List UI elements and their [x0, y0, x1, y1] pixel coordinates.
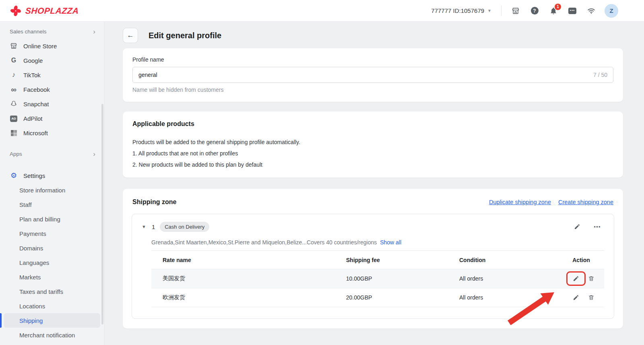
sidebar-item-payments[interactable]: Payments	[0, 226, 104, 241]
google-icon: G	[10, 56, 18, 64]
sidebar-item-online-store[interactable]: Online Store	[0, 39, 104, 53]
sidebar-item-merchant-notification[interactable]: Merchant notification	[0, 328, 104, 342]
shipping-zone-title: Shipping zone	[132, 198, 176, 206]
storefront-icon[interactable]	[511, 6, 520, 15]
rate-name-cell: 欧洲发货	[151, 288, 346, 307]
more-options-icon[interactable]: ⋯	[594, 223, 601, 231]
sidebar-item-plan-and-billing[interactable]: Plan and billing	[0, 212, 104, 226]
applicable-products-card: Applicable products Products will be add…	[123, 112, 623, 178]
storefront-icon	[10, 42, 18, 50]
profile-name-label: Profile name	[132, 56, 613, 63]
snapchat-icon	[10, 100, 18, 108]
facebook-icon: ∞	[10, 85, 18, 93]
store-account-label: 777777 ID:1057679	[431, 7, 484, 14]
table-row: 欧洲发货 20.00GBP All orders	[151, 288, 604, 307]
char-counter: 7 / 50	[593, 72, 607, 78]
edit-rate-button[interactable]	[572, 275, 580, 282]
applicable-products-line: Products will be added to the general sh…	[132, 136, 613, 148]
shipping-fee-cell: 10.00GBP	[346, 269, 459, 288]
sidebar-item-languages[interactable]: Languages	[0, 255, 104, 270]
applicable-products-line: 2. New products will be added to this pl…	[132, 159, 613, 170]
back-button[interactable]: ←	[123, 28, 138, 43]
main-content: ← Edit general profile Profile name 7 / …	[105, 22, 644, 345]
topbar: SHOPLAZZA 777777 ID:1057679 ▼ ? 1	[0, 0, 644, 22]
chat-icon[interactable]: •••	[568, 6, 577, 15]
microsoft-icon	[10, 129, 18, 137]
sidebar-item-staff[interactable]: Staff	[0, 197, 104, 212]
profile-name-input[interactable]	[138, 72, 593, 78]
help-icon[interactable]: ?	[530, 6, 539, 15]
sidebar-section-apps[interactable]: Apps ›	[0, 147, 104, 161]
sidebar-item-store-information[interactable]: Store information	[0, 183, 104, 197]
wifi-icon[interactable]	[587, 6, 596, 15]
notification-badge: 1	[555, 4, 561, 10]
sidebar-item-markets[interactable]: Markets	[0, 270, 104, 284]
page-title: Edit general profile	[149, 31, 221, 40]
avatar[interactable]: Z	[605, 4, 618, 18]
zone-index: 1	[152, 223, 155, 230]
store-account-dropdown[interactable]: 777777 ID:1057679 ▼	[431, 7, 491, 14]
shipping-zone-card: Shipping zone Duplicate shipping zone Cr…	[123, 189, 623, 328]
duplicate-shipping-zone-link[interactable]: Duplicate shipping zone	[489, 199, 551, 205]
shipping-fee-cell: 20.00GBP	[346, 288, 459, 307]
sidebar-scrollbar[interactable]	[101, 104, 103, 324]
sidebar-item-microsoft[interactable]: Microsoft	[0, 126, 104, 140]
sidebar-item-taxes-and-tariffs[interactable]: Taxes and tariffs	[0, 284, 104, 299]
sidebar-item-shipping[interactable]: Shipping	[4, 313, 100, 328]
sidebar-item-locations[interactable]: Locations	[0, 299, 104, 313]
brand-name: SHOPLAZZA	[25, 6, 79, 16]
shoplazza-logo[interactable]: SHOPLAZZA	[10, 5, 79, 17]
sidebar-item-snapchat[interactable]: Snapchat	[0, 97, 104, 111]
col-condition: Condition	[459, 251, 572, 269]
sidebar-item-adpilot[interactable]: AD AdPilot	[0, 111, 104, 126]
collapse-caret-icon[interactable]: ▼	[142, 224, 146, 229]
shoplazza-logo-icon	[10, 5, 22, 17]
tiktok-icon: ♪	[10, 71, 18, 79]
profile-name-card: Profile name 7 / 50 Name will be hidden …	[123, 48, 623, 102]
profile-name-input-wrap: 7 / 50	[132, 67, 613, 83]
delete-rate-button[interactable]	[588, 275, 595, 282]
zone-countries: Grenada,Sint Maarten,Mexico,St.Pierre an…	[151, 239, 604, 246]
condition-cell: All orders	[459, 269, 572, 288]
applicable-products-title: Applicable products	[132, 120, 613, 128]
rate-name-cell: 美国发货	[151, 269, 346, 288]
zone-badge: Cash on Delivery	[160, 222, 209, 232]
col-action: Action	[572, 251, 604, 269]
profile-name-helper: Name will be hidden from customers	[132, 87, 613, 93]
sidebar-item-domains[interactable]: Domains	[0, 241, 104, 255]
shipping-zone-item: ▼ 1 Cash on Delivery ⋯ Grenada,Sint Maar…	[132, 214, 614, 319]
adpilot-icon: AD	[10, 114, 18, 122]
sidebar-item-tiktok[interactable]: ♪ TikTok	[0, 68, 104, 82]
condition-cell: All orders	[459, 288, 572, 307]
sidebar-section-sales-channels[interactable]: Sales channels ›	[0, 24, 104, 39]
show-all-link[interactable]: Show all	[380, 239, 401, 246]
table-row: 美国发货 10.00GBP All orders	[151, 269, 604, 288]
sidebar-item-facebook[interactable]: ∞ Facebook	[0, 82, 104, 97]
gear-icon: ⚙	[10, 171, 18, 180]
edit-rate-button[interactable]	[572, 294, 580, 301]
col-rate-name: Rate name	[151, 251, 346, 269]
table-header-row: Rate name Shipping fee Condition Action	[151, 251, 604, 269]
chevron-right-icon: ›	[93, 151, 95, 157]
delete-rate-button[interactable]	[588, 294, 595, 301]
create-shipping-zone-link[interactable]: Create shipping zone	[558, 199, 613, 205]
rates-table: Rate name Shipping fee Condition Action …	[151, 250, 604, 307]
notifications-bell-icon[interactable]: 1	[549, 6, 558, 15]
topbar-divider	[501, 6, 502, 16]
applicable-products-line: 1. All products that are not in other pr…	[132, 148, 613, 159]
edit-zone-pencil-icon[interactable]	[574, 223, 581, 230]
sidebar-item-settings[interactable]: ⚙ Settings	[0, 168, 104, 183]
chevron-down-icon: ▼	[487, 8, 491, 13]
sidebar-item-google[interactable]: G Google	[0, 53, 104, 68]
col-shipping-fee: Shipping fee	[346, 251, 459, 269]
chevron-right-icon: ›	[93, 28, 95, 35]
sidebar: Sales channels › Online Store G Google ♪…	[0, 22, 105, 345]
